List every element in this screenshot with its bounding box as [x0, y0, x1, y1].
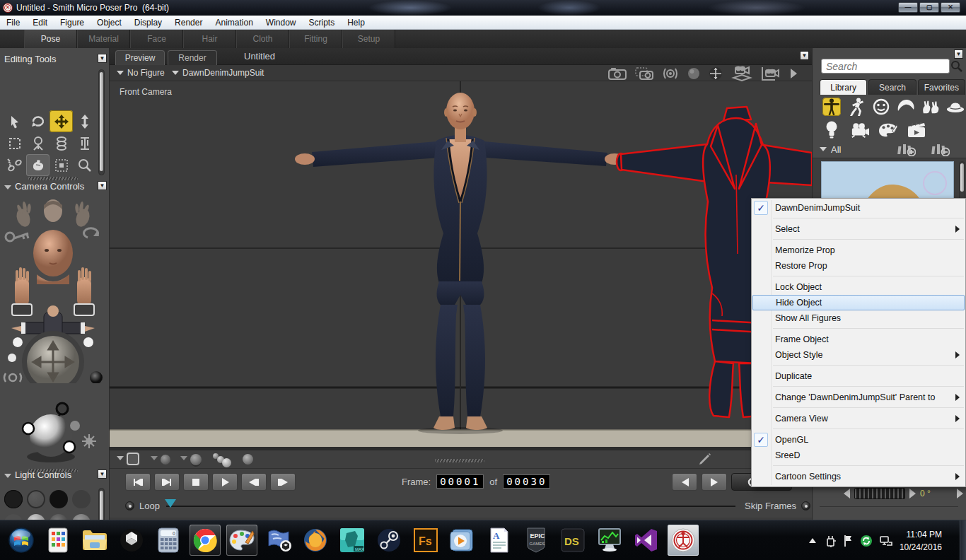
figure-dropdown[interactable]: No Figure	[117, 68, 165, 78]
bar-resize-grip[interactable]	[435, 459, 484, 462]
taskbar-epic-games-icon[interactable]: EPICGAMES	[520, 525, 552, 556]
library-scenes-icon[interactable]	[907, 121, 926, 139]
play-button[interactable]	[212, 473, 238, 491]
menu-display[interactable]: Display	[128, 16, 168, 30]
menu-item-duplicate[interactable]: Duplicate	[752, 368, 965, 384]
search-input[interactable]	[821, 59, 950, 74]
taskbar-start-menu-tiles-icon[interactable]	[42, 525, 74, 556]
library-lights-icon[interactable]	[822, 121, 841, 139]
room-tab-hair[interactable]: Hair	[183, 30, 236, 48]
element-style-icon[interactable]	[190, 454, 202, 465]
rotate-left-arrow[interactable]	[844, 489, 850, 498]
rotation-dial[interactable]	[854, 488, 905, 499]
menu-item-sreed[interactable]: SreeD	[752, 448, 965, 463]
show-desktop-button[interactable]	[960, 520, 966, 560]
panel-resize-grip[interactable]	[28, 469, 78, 472]
display-style-outline[interactable]	[27, 490, 50, 514]
next-page-arrow[interactable]	[957, 489, 963, 498]
framed-camera-icon[interactable]	[662, 67, 679, 80]
color-tool[interactable]	[26, 154, 50, 176]
timeline-track[interactable]	[166, 506, 735, 507]
menu-item-memorize-prop[interactable]: Memorize Prop	[752, 243, 965, 258]
taskbar-wordpad-icon[interactable]: A	[484, 525, 515, 556]
display-style-cartoon[interactable]	[72, 514, 95, 520]
aux-camera-icon[interactable]	[761, 66, 781, 81]
next-arrow-icon[interactable]	[789, 68, 798, 79]
trackball-camera-icon[interactable]	[709, 66, 723, 81]
library-props-icon[interactable]	[946, 98, 965, 116]
poser-app-icon[interactable]	[3, 3, 13, 13]
library-tab-library[interactable]: Library	[820, 79, 867, 95]
editing-tools-menu-button[interactable]: ▼	[98, 54, 107, 63]
taskbar-3ds-max-icon[interactable]: MAX	[337, 525, 368, 556]
document-style-dropdown-arrow[interactable]	[117, 456, 124, 460]
camera-controls-header[interactable]: Camera Controls ▼	[0, 180, 109, 194]
step-back-button[interactable]	[241, 473, 267, 491]
menu-item-show-all-figures[interactable]: Show All Figures	[752, 310, 965, 326]
rotate-right-arrow[interactable]	[909, 489, 916, 498]
room-tab-fitting[interactable]: Fitting	[289, 30, 342, 48]
add-library-icon[interactable]	[897, 142, 916, 156]
tray-show-hidden-icon[interactable]	[808, 537, 817, 545]
taskbar-fuse-icon[interactable]: Fs	[410, 525, 441, 556]
taskbar-firefox-icon[interactable]	[300, 525, 331, 556]
taskbar-riptide-icon[interactable]	[263, 525, 294, 556]
document-menu-button[interactable]: ▼	[800, 51, 809, 60]
tray-sync-icon[interactable]	[860, 535, 873, 547]
camera-controls-cluster[interactable]	[0, 198, 106, 383]
dolly-camera-icon[interactable]	[731, 66, 752, 81]
library-hair-icon[interactable]	[897, 98, 915, 116]
editing-tools-header[interactable]: Editing Tools ▼	[0, 52, 109, 66]
taskbar-paint-icon[interactable]	[226, 525, 257, 556]
search-icon[interactable]	[950, 60, 963, 73]
menu-item-camera-view[interactable]: Camera View	[752, 411, 965, 426]
tray-action-flag-icon[interactable]	[843, 535, 853, 547]
room-tab-pose[interactable]: Pose	[24, 30, 77, 48]
menu-item-frame-object[interactable]: Frame Object	[752, 332, 965, 347]
close-button[interactable]: ✕	[941, 2, 960, 13]
library-poses-icon[interactable]	[847, 98, 866, 116]
light-controls-menu-button[interactable]: ▼	[98, 469, 107, 479]
view-magnifier-tool[interactable]	[73, 154, 96, 176]
taskbar-clock[interactable]: 11:04 PM 10/24/2016	[900, 528, 942, 554]
title-bar[interactable]: Untitled - Smith Micro Poser Pro (64-bit…	[0, 0, 966, 16]
menu-item-select[interactable]: Select	[752, 221, 965, 237]
figure-style-dropdown-arrow[interactable]	[151, 456, 158, 460]
library-tab-search[interactable]: Search	[868, 79, 916, 95]
display-style-flat-shaded[interactable]	[27, 514, 50, 520]
twist-tool[interactable]	[26, 132, 50, 154]
editing-tools-scrollbar[interactable]	[98, 69, 105, 175]
light-controls-cluster[interactable]	[0, 402, 106, 467]
stop-button[interactable]	[183, 473, 209, 491]
taskbar-performance-monitor-icon[interactable]	[594, 525, 625, 556]
taskbar-media-player-icon[interactable]	[447, 525, 478, 556]
actor-dropdown[interactable]: DawnDenimJumpSuit	[172, 68, 264, 78]
tray-network-icon[interactable]	[880, 535, 892, 547]
menu-item-dawndenimjumpsuit[interactable]: DawnDenimJumpSuit✓	[752, 200, 965, 216]
select-camera-icon[interactable]	[635, 67, 653, 80]
taskbar-visual-studio-icon[interactable]	[631, 525, 662, 556]
still-camera-icon[interactable]	[608, 67, 627, 80]
select-arrow-tool[interactable]	[3, 110, 26, 132]
previous-key-button[interactable]	[672, 473, 697, 491]
menu-item-hide-object[interactable]: Hide Object	[752, 295, 965, 310]
rotate-tool[interactable]	[26, 110, 50, 132]
menu-object[interactable]: Object	[91, 16, 128, 30]
room-tab-setup[interactable]: Setup	[342, 30, 395, 48]
total-frames-field[interactable]: 00030	[503, 474, 550, 489]
taskbar-start-icon[interactable]	[6, 525, 37, 556]
taskbar-steam-icon[interactable]	[373, 525, 405, 556]
library-expressions-icon[interactable]	[872, 98, 890, 116]
step-forward-button[interactable]	[270, 473, 296, 491]
menu-scripts[interactable]: Scripts	[303, 16, 342, 30]
library-figures-icon[interactable]	[822, 98, 841, 116]
tab-preview[interactable]: Preview	[115, 50, 165, 65]
library-cameras-icon[interactable]	[851, 121, 869, 139]
sphere-icon[interactable]	[687, 67, 700, 80]
menu-item-opengl[interactable]: OpenGL✓	[752, 432, 965, 448]
taskbar-unity-icon[interactable]	[116, 525, 147, 556]
current-frame-field[interactable]: 00001	[436, 474, 484, 489]
minimize-button[interactable]: —	[898, 2, 918, 13]
figure-style-icon[interactable]	[161, 455, 170, 465]
translate-tool[interactable]	[50, 110, 73, 132]
